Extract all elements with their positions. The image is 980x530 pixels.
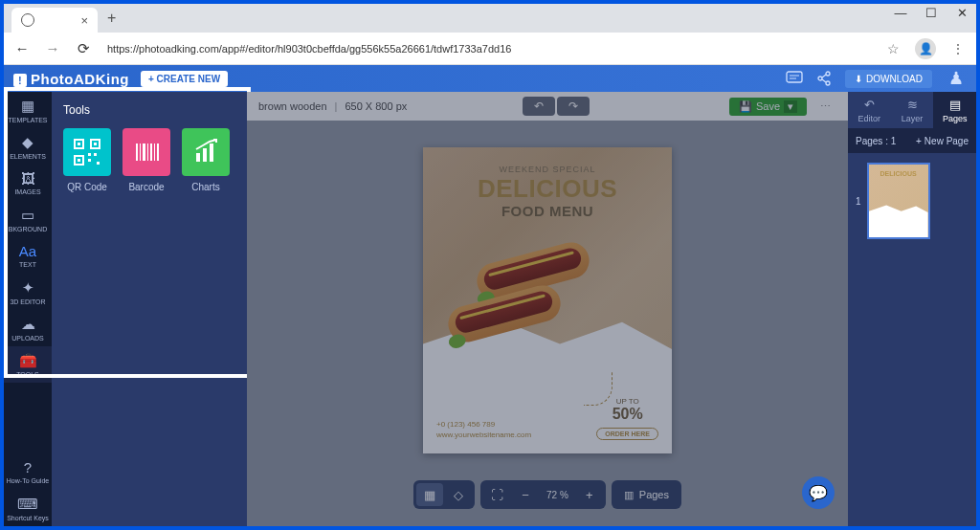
svg-rect-27: [210, 144, 213, 162]
page-thumbnail-row[interactable]: 1 DELICIOUS: [856, 163, 969, 239]
save-button[interactable]: 💾 Save ▾: [729, 98, 807, 116]
share-icon[interactable]: [816, 71, 832, 86]
sidebar-item-3deditor[interactable]: ✦3D EDITOR: [4, 274, 52, 310]
user-menu-icon[interactable]: ♟: [946, 66, 967, 91]
charts-icon: [182, 128, 230, 176]
sidebar-item-templates[interactable]: ▦TEMPLATES: [4, 92, 52, 128]
svg-point-4: [818, 77, 822, 80]
sidebar-item-howto[interactable]: ?How-To Guide: [4, 453, 52, 490]
tab-close-icon[interactable]: ×: [80, 13, 88, 28]
tool-charts[interactable]: Charts: [182, 128, 230, 192]
sidebar-label: TEXT: [19, 261, 36, 268]
profile-avatar-icon[interactable]: 👤: [915, 38, 936, 59]
design-website: www.yourwebsitename.com: [436, 431, 531, 440]
editor-icon: ↶: [864, 98, 875, 112]
3d-icon: ✦: [22, 279, 34, 297]
sidebar-label: Shortcut Keys: [7, 515, 49, 521]
design-canvas[interactable]: WEEKEND SPECIAL DELICIOUS FOOD MENU +0 (…: [423, 147, 672, 453]
grid-view-button[interactable]: ▦: [416, 483, 443, 506]
svg-rect-11: [94, 143, 97, 145]
sidebar-item-images[interactable]: 🖼IMAGES: [4, 165, 52, 201]
separator: |: [335, 100, 338, 112]
svg-rect-0: [787, 72, 802, 82]
svg-rect-19: [140, 144, 141, 161]
window-close-button[interactable]: ✕: [955, 6, 969, 19]
tab-label: Editor: [858, 114, 881, 123]
nav-back-button[interactable]: ←: [13, 40, 31, 56]
pages-icon: ▤: [949, 98, 961, 112]
zoom-in-button[interactable]: +: [576, 483, 603, 506]
download-label: DOWNLOAD: [866, 74, 923, 84]
pages-count: Pages : 1: [856, 136, 896, 146]
sidebar-item-elements[interactable]: ◆ELEMENTS: [4, 128, 52, 165]
save-dropdown-icon[interactable]: ▾: [784, 100, 797, 113]
tab-favicon: [21, 13, 34, 27]
background-icon: ▭: [21, 207, 34, 224]
background-name: brown wooden: [258, 100, 327, 112]
design-subtitle: WEEKEND SPECIAL: [423, 165, 672, 174]
new-tab-button[interactable]: +: [107, 10, 116, 27]
create-new-button[interactable]: + CREATE NEW: [141, 71, 228, 87]
tool-barcode[interactable]: Barcode: [122, 128, 170, 192]
more-menu-icon[interactable]: ⋯: [814, 100, 836, 113]
address-bar: ← → ⟳ https://photoadking.com/app#/edito…: [4, 33, 976, 65]
app-logo[interactable]: !PhotoADKing: [13, 71, 129, 87]
chat-fab-button[interactable]: 💬: [802, 476, 835, 509]
window-maximize-button[interactable]: ☐: [924, 6, 938, 19]
svg-rect-24: [157, 144, 159, 161]
svg-rect-16: [88, 159, 91, 162]
sidebar-label: TOOLS: [16, 371, 39, 378]
sidebar-item-text[interactable]: AaTEXT: [4, 237, 52, 274]
new-page-button[interactable]: +New Page: [916, 136, 969, 146]
uploads-icon: ☁: [21, 316, 35, 333]
download-button[interactable]: ⬇ DOWNLOAD: [845, 70, 932, 88]
sidebar-label: How-To Guide: [7, 477, 49, 484]
nav-forward-button[interactable]: →: [44, 40, 61, 56]
tab-editor[interactable]: ↶Editor: [848, 92, 891, 128]
svg-rect-20: [143, 144, 145, 161]
tab-pages[interactable]: ▤Pages: [933, 92, 976, 128]
pages-button[interactable]: ▥ Pages: [614, 489, 679, 501]
design-title-sub: FOOD MENU: [423, 203, 672, 219]
window-minimize-button[interactable]: —: [894, 6, 907, 19]
tool-label: QR Code: [67, 182, 107, 192]
page-thumbnail[interactable]: DELICIOUS: [867, 163, 930, 239]
design-percent: 50%: [596, 406, 658, 423]
eraser-button[interactable]: ◇: [445, 483, 472, 506]
nav-reload-button[interactable]: ⟳: [75, 40, 92, 57]
svg-rect-9: [78, 143, 80, 145]
browser-tab-bar: × + — ☐ ✕: [4, 4, 976, 33]
sidebar-item-background[interactable]: ▭BKGROUND: [4, 201, 52, 237]
browser-menu-icon[interactable]: ⋮: [949, 41, 967, 56]
design-contact: +0 (123) 456 789 www.yourwebsitename.com: [436, 420, 531, 440]
undo-button[interactable]: ↶: [523, 97, 555, 116]
tab-layer[interactable]: ≋Layer: [891, 92, 934, 128]
svg-rect-22: [150, 144, 152, 161]
sidebar-label: BKGROUND: [9, 226, 47, 232]
new-page-label: New Page: [924, 136, 969, 146]
sidebar-item-uploads[interactable]: ☁UPLOADS: [4, 310, 52, 346]
layer-icon: ≋: [907, 98, 918, 112]
tool-label: Charts: [191, 182, 219, 192]
browser-tab[interactable]: ×: [11, 8, 98, 33]
plus-icon: +: [916, 136, 922, 146]
redo-button[interactable]: ↷: [557, 97, 590, 116]
elements-icon: ◆: [22, 134, 33, 151]
pages-bar: Pages : 1 +New Page: [848, 128, 976, 153]
tab-label: Pages: [943, 114, 968, 123]
svg-point-5: [826, 81, 830, 85]
tool-label: Barcode: [128, 182, 164, 192]
svg-rect-25: [196, 153, 200, 162]
svg-rect-17: [97, 162, 100, 165]
url-field[interactable]: https://photoadking.com/app#/editor/hl90…: [105, 43, 871, 55]
fit-screen-button[interactable]: ⛶: [483, 483, 510, 506]
bookmark-star-icon[interactable]: ☆: [884, 41, 902, 56]
svg-rect-21: [147, 144, 148, 161]
chat-icon[interactable]: [786, 71, 803, 86]
tool-qrcode[interactable]: QR Code: [63, 128, 111, 192]
tools-panel: Tools QR Code Barcode: [52, 92, 247, 526]
app-header: !PhotoADKing + CREATE NEW ⬇ DOWNLOAD ♟: [4, 65, 976, 92]
zoom-out-button[interactable]: −: [512, 483, 539, 506]
sidebar-item-shortcuts[interactable]: ⌨Shortcut Keys: [4, 490, 52, 526]
sidebar-item-tools[interactable]: 🧰TOOLS: [4, 346, 52, 383]
